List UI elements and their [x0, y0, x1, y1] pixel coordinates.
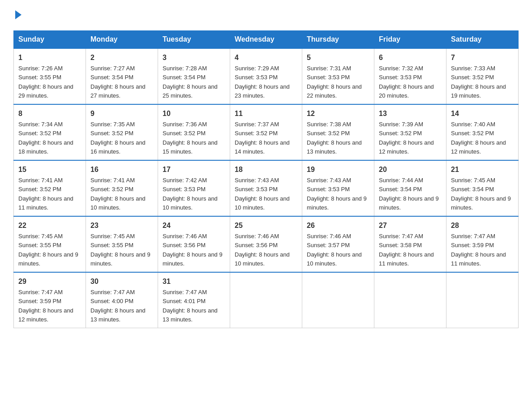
header-friday: Friday [374, 31, 446, 49]
day-number: 14 [451, 108, 514, 119]
day-number: 17 [163, 164, 225, 175]
day-info: Sunrise: 7:39 AMSunset: 3:52 PMDaylight:… [379, 121, 434, 155]
day-cell-empty [374, 272, 446, 328]
day-info: Sunrise: 7:38 AMSunset: 3:52 PMDaylight:… [307, 121, 362, 155]
logo-triangle-icon [15, 10, 21, 19]
day-number: 8 [18, 108, 81, 119]
day-info: Sunrise: 7:35 AMSunset: 3:52 PMDaylight:… [90, 121, 146, 155]
day-number: 4 [235, 52, 297, 63]
calendar-header-row: SundayMondayTuesdayWednesdayThursdayFrid… [14, 31, 519, 49]
day-info: Sunrise: 7:46 AMSunset: 3:56 PMDaylight:… [235, 233, 290, 267]
day-info: Sunrise: 7:36 AMSunset: 3:52 PMDaylight:… [163, 121, 218, 155]
day-info: Sunrise: 7:41 AMSunset: 3:52 PMDaylight:… [18, 177, 73, 211]
day-number: 23 [90, 220, 153, 231]
week-row-1: 1Sunrise: 7:26 AMSunset: 3:55 PMDaylight… [14, 48, 519, 104]
day-number: 27 [379, 220, 442, 231]
day-number: 31 [163, 276, 225, 287]
day-cell-18: 18Sunrise: 7:43 AMSunset: 3:53 PMDayligh… [230, 160, 302, 216]
day-cell-29: 29Sunrise: 7:47 AMSunset: 3:59 PMDayligh… [14, 272, 86, 328]
day-number: 7 [451, 52, 514, 63]
week-row-5: 29Sunrise: 7:47 AMSunset: 3:59 PMDayligh… [14, 272, 519, 328]
day-info: Sunrise: 7:32 AMSunset: 3:53 PMDaylight:… [379, 65, 434, 99]
day-number: 30 [90, 276, 153, 287]
header-wednesday: Wednesday [230, 31, 302, 49]
logo-general-text [13, 9, 21, 21]
day-cell-2: 2Sunrise: 7:27 AMSunset: 3:54 PMDaylight… [86, 48, 158, 104]
day-cell-22: 22Sunrise: 7:45 AMSunset: 3:55 PMDayligh… [14, 216, 86, 272]
day-cell-24: 24Sunrise: 7:46 AMSunset: 3:56 PMDayligh… [158, 216, 230, 272]
header-thursday: Thursday [302, 31, 374, 49]
header-tuesday: Tuesday [158, 31, 230, 49]
day-cell-12: 12Sunrise: 7:38 AMSunset: 3:52 PMDayligh… [302, 104, 374, 160]
day-cell-13: 13Sunrise: 7:39 AMSunset: 3:52 PMDayligh… [374, 104, 446, 160]
day-number: 20 [379, 164, 442, 175]
day-cell-19: 19Sunrise: 7:43 AMSunset: 3:53 PMDayligh… [302, 160, 374, 216]
day-cell-14: 14Sunrise: 7:40 AMSunset: 3:52 PMDayligh… [446, 104, 519, 160]
day-info: Sunrise: 7:45 AMSunset: 3:55 PMDaylight:… [18, 233, 78, 267]
day-info: Sunrise: 7:45 AMSunset: 3:55 PMDaylight:… [90, 233, 150, 267]
week-row-4: 22Sunrise: 7:45 AMSunset: 3:55 PMDayligh… [14, 216, 519, 272]
day-cell-empty [446, 272, 519, 328]
week-row-3: 15Sunrise: 7:41 AMSunset: 3:52 PMDayligh… [14, 160, 519, 216]
day-info: Sunrise: 7:28 AMSunset: 3:54 PMDaylight:… [163, 65, 218, 99]
day-cell-7: 7Sunrise: 7:33 AMSunset: 3:52 PMDaylight… [446, 48, 519, 104]
day-number: 22 [18, 220, 81, 231]
day-cell-15: 15Sunrise: 7:41 AMSunset: 3:52 PMDayligh… [14, 160, 86, 216]
day-cell-10: 10Sunrise: 7:36 AMSunset: 3:52 PMDayligh… [158, 104, 230, 160]
day-number: 10 [163, 108, 225, 119]
day-number: 9 [90, 108, 153, 119]
day-number: 24 [163, 220, 225, 231]
day-cell-23: 23Sunrise: 7:45 AMSunset: 3:55 PMDayligh… [86, 216, 158, 272]
day-number: 16 [90, 164, 153, 175]
day-number: 26 [307, 220, 369, 231]
day-info: Sunrise: 7:42 AMSunset: 3:53 PMDaylight:… [163, 177, 218, 211]
day-number: 15 [18, 164, 81, 175]
day-info: Sunrise: 7:43 AMSunset: 3:53 PMDaylight:… [235, 177, 290, 211]
page-header [13, 9, 519, 21]
day-cell-empty [230, 272, 302, 328]
day-cell-9: 9Sunrise: 7:35 AMSunset: 3:52 PMDaylight… [86, 104, 158, 160]
day-info: Sunrise: 7:47 AMSunset: 3:59 PMDaylight:… [451, 233, 506, 267]
day-cell-11: 11Sunrise: 7:37 AMSunset: 3:52 PMDayligh… [230, 104, 302, 160]
day-info: Sunrise: 7:26 AMSunset: 3:55 PMDaylight:… [18, 65, 73, 99]
day-cell-30: 30Sunrise: 7:47 AMSunset: 4:00 PMDayligh… [86, 272, 158, 328]
day-info: Sunrise: 7:47 AMSunset: 4:01 PMDaylight:… [163, 289, 218, 323]
day-cell-6: 6Sunrise: 7:32 AMSunset: 3:53 PMDaylight… [374, 48, 446, 104]
day-cell-26: 26Sunrise: 7:46 AMSunset: 3:57 PMDayligh… [302, 216, 374, 272]
day-number: 29 [18, 276, 81, 287]
day-number: 12 [307, 108, 369, 119]
day-info: Sunrise: 7:46 AMSunset: 3:57 PMDaylight:… [307, 233, 362, 267]
day-info: Sunrise: 7:47 AMSunset: 4:00 PMDaylight:… [90, 289, 146, 323]
day-number: 21 [451, 164, 514, 175]
header-monday: Monday [86, 31, 158, 49]
day-number: 18 [235, 164, 297, 175]
day-info: Sunrise: 7:41 AMSunset: 3:52 PMDaylight:… [90, 177, 146, 211]
day-cell-3: 3Sunrise: 7:28 AMSunset: 3:54 PMDaylight… [158, 48, 230, 104]
day-number: 6 [379, 52, 442, 63]
day-number: 11 [235, 108, 297, 119]
header-saturday: Saturday [446, 31, 519, 49]
day-info: Sunrise: 7:43 AMSunset: 3:53 PMDaylight:… [307, 177, 367, 211]
day-number: 5 [307, 52, 369, 63]
day-cell-16: 16Sunrise: 7:41 AMSunset: 3:52 PMDayligh… [86, 160, 158, 216]
day-info: Sunrise: 7:33 AMSunset: 3:52 PMDaylight:… [451, 65, 506, 99]
week-row-2: 8Sunrise: 7:34 AMSunset: 3:52 PMDaylight… [14, 104, 519, 160]
day-cell-25: 25Sunrise: 7:46 AMSunset: 3:56 PMDayligh… [230, 216, 302, 272]
day-cell-28: 28Sunrise: 7:47 AMSunset: 3:59 PMDayligh… [446, 216, 519, 272]
logo [13, 9, 21, 21]
day-info: Sunrise: 7:27 AMSunset: 3:54 PMDaylight:… [90, 65, 146, 99]
day-cell-8: 8Sunrise: 7:34 AMSunset: 3:52 PMDaylight… [14, 104, 86, 160]
day-number: 25 [235, 220, 297, 231]
day-cell-21: 21Sunrise: 7:45 AMSunset: 3:54 PMDayligh… [446, 160, 519, 216]
day-cell-4: 4Sunrise: 7:29 AMSunset: 3:53 PMDaylight… [230, 48, 302, 104]
header-sunday: Sunday [14, 31, 86, 49]
day-number: 3 [163, 52, 225, 63]
day-cell-17: 17Sunrise: 7:42 AMSunset: 3:53 PMDayligh… [158, 160, 230, 216]
day-cell-empty [302, 272, 374, 328]
day-cell-27: 27Sunrise: 7:47 AMSunset: 3:58 PMDayligh… [374, 216, 446, 272]
day-info: Sunrise: 7:45 AMSunset: 3:54 PMDaylight:… [451, 177, 511, 211]
day-cell-31: 31Sunrise: 7:47 AMSunset: 4:01 PMDayligh… [158, 272, 230, 328]
day-number: 28 [451, 220, 514, 231]
day-cell-1: 1Sunrise: 7:26 AMSunset: 3:55 PMDaylight… [14, 48, 86, 104]
day-cell-5: 5Sunrise: 7:31 AMSunset: 3:53 PMDaylight… [302, 48, 374, 104]
